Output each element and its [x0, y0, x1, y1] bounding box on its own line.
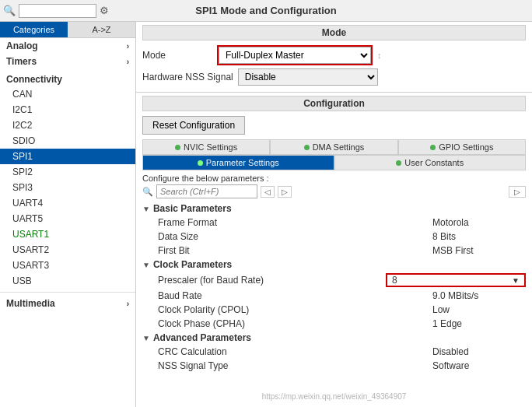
param-cpha: Clock Phase (CPHA) 1 Edge	[142, 317, 526, 331]
mode-label: Mode	[142, 50, 212, 61]
reset-configuration-button[interactable]: Reset Configuration	[142, 116, 245, 135]
params-scroll: ▼ Basic Parameters Frame Format Motorola…	[142, 202, 526, 404]
tab-parameter-settings[interactable]: Parameter Settings	[142, 155, 334, 170]
mode-select[interactable]: Full-Duplex Master	[219, 47, 371, 64]
mode-section: Mode Mode Full-Duplex Master ↕ Hardware …	[136, 22, 532, 93]
nss-select[interactable]: Disable	[238, 68, 378, 86]
tab-user-constants[interactable]: User Constants	[334, 155, 527, 170]
sidebar-item-spi2[interactable]: SPI2	[0, 164, 135, 180]
param-dot	[198, 160, 203, 166]
collapse-triangle-icon: ▼	[142, 334, 150, 342]
sidebar-item-i2c2[interactable]: I2C2	[0, 118, 135, 133]
sidebar-item-multimedia[interactable]: Multimedia ›	[0, 296, 135, 311]
param-crc: CRC Calculation Disabled	[142, 345, 526, 359]
sidebar-item-analog[interactable]: Analog ›	[0, 38, 135, 54]
gpio-dot	[430, 145, 436, 150]
content-wrapper: Mode Mode Full-Duplex Master ↕ Hardware …	[136, 22, 532, 407]
param-frame-format: Frame Format Motorola	[142, 216, 526, 230]
collapse-triangle-icon: ▼	[142, 261, 150, 269]
param-cpol: Clock Polarity (CPOL) Low	[142, 303, 526, 317]
params-search-input[interactable]	[156, 184, 257, 198]
nvic-dot	[175, 145, 180, 150]
mode-row: Mode Full-Duplex Master ↕	[142, 45, 526, 65]
sidebar: Categories A->Z Analog › Timers › Connec…	[0, 22, 136, 407]
param-prescaler: Prescaler (for Baud Rate) 8 ▼	[142, 272, 526, 289]
mode-header: Mode	[142, 25, 526, 40]
top-bar: 🔍 ⚙ SPI1 Mode and Configuration	[0, 0, 532, 22]
config-header: Configuration	[142, 96, 526, 111]
search-area: 🔍 ⚙	[0, 4, 109, 18]
sidebar-item-usart3[interactable]: USART3	[0, 258, 135, 273]
sidebar-item-spi1[interactable]: SPI1	[0, 149, 135, 164]
settings-button[interactable]: ⚙	[100, 5, 109, 16]
sidebar-item-spi3[interactable]: SPI3	[0, 180, 135, 195]
advanced-params-group[interactable]: ▼ Advanced Parameters	[142, 331, 526, 345]
sidebar-item-uart5[interactable]: UART5	[0, 211, 135, 226]
search-icon: 🔍	[3, 5, 16, 16]
chevron-right-icon: ›	[127, 300, 129, 308]
prescaler-dropdown-icon: ▼	[512, 276, 520, 285]
sidebar-item-usart2[interactable]: USART2	[0, 242, 135, 258]
tab-atoz[interactable]: A->Z	[68, 22, 135, 37]
prescaler-box: 8 ▼	[386, 273, 526, 287]
user-const-dot	[396, 160, 401, 166]
sidebar-item-can[interactable]: CAN	[0, 86, 135, 102]
search-input[interactable]	[19, 4, 96, 18]
mode-select-box: Full-Duplex Master	[217, 45, 373, 65]
sidebar-item-timers[interactable]: Timers ›	[0, 54, 135, 69]
tab-categories[interactable]: Categories	[0, 22, 68, 37]
mode-cursor-indicator: ↕	[377, 51, 382, 60]
collapse-triangle-icon: ▼	[142, 205, 150, 213]
tab-nvic-settings[interactable]: NVIC Settings	[142, 139, 270, 155]
prev-arrow-button[interactable]: ◁	[261, 186, 275, 198]
config-tabs-row2: Parameter Settings User Constants	[142, 155, 526, 170]
chevron-right-icon: ›	[127, 58, 129, 66]
sidebar-tabs: Categories A->Z	[0, 22, 135, 38]
basic-params-group[interactable]: ▼ Basic Parameters	[142, 202, 526, 216]
sidebar-item-usb[interactable]: USB	[0, 273, 135, 289]
search-params-icon: 🔍	[142, 187, 153, 197]
config-section: Configuration Reset Configuration NVIC S…	[136, 93, 532, 407]
sidebar-item-sdio[interactable]: SDIO	[0, 133, 135, 149]
tab-gpio-settings[interactable]: GPIO Settings	[398, 139, 526, 155]
dma-dot	[304, 145, 310, 150]
sidebar-item-usart1[interactable]: USART1	[0, 226, 135, 242]
main-layout: Categories A->Z Analog › Timers › Connec…	[0, 22, 532, 407]
config-tabs-row1: NVIC Settings DMA Settings GPIO Settings	[142, 139, 526, 155]
tab-dma-settings[interactable]: DMA Settings	[270, 139, 397, 155]
clock-params-group[interactable]: ▼ Clock Parameters	[142, 258, 526, 272]
params-header: Configure the below parameters :	[142, 170, 526, 184]
connectivity-label: Connectivity	[0, 69, 135, 86]
param-data-size: Data Size 8 Bits	[142, 230, 526, 244]
param-first-bit: First Bit MSB First	[142, 244, 526, 258]
next-arrow-button[interactable]: ▷	[278, 186, 292, 198]
content: Mode Mode Full-Duplex Master ↕ Hardware …	[136, 22, 532, 407]
params-search-row: 🔍 ◁ ▷ ▷	[142, 184, 526, 198]
expand-button[interactable]: ▷	[509, 186, 526, 198]
sidebar-item-i2c1[interactable]: I2C1	[0, 102, 135, 118]
chevron-right-icon: ›	[127, 42, 129, 51]
param-nss-signal-type: NSS Signal Type Software	[142, 359, 526, 373]
page-title: SPI1 Mode and Configuration	[195, 5, 336, 16]
nss-label: Hardware NSS Signal	[142, 72, 233, 82]
nss-row: Hardware NSS Signal Disable	[142, 68, 526, 86]
param-baud-rate: Baud Rate 9.0 MBits/s	[142, 289, 526, 303]
sidebar-item-uart4[interactable]: UART4	[0, 195, 135, 211]
